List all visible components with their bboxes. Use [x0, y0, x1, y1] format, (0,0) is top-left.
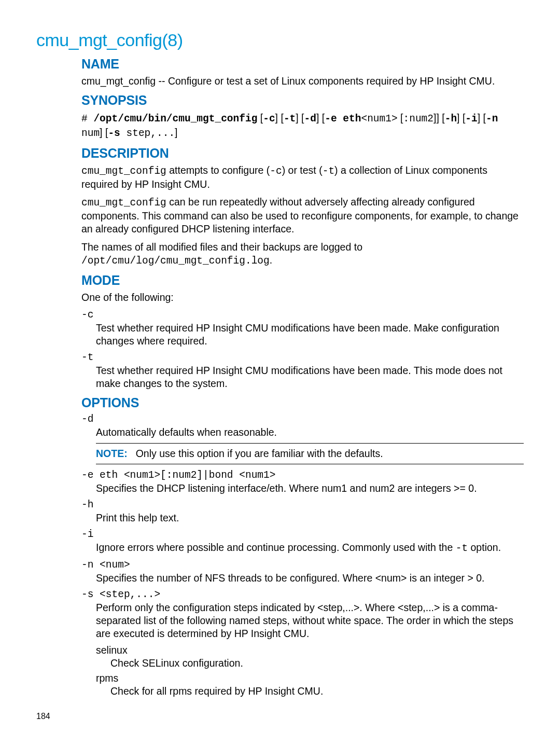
- n-arg: num: [81, 128, 100, 139]
- content-region: NAME cmu_mgt_config -- Configure or test…: [81, 57, 524, 697]
- desc-p3: The names of all modified files and thei…: [81, 241, 524, 268]
- opt-n-flag: -n <num>: [81, 559, 524, 571]
- mode-c-desc: Test whether required HP Insight CMU mod…: [96, 322, 524, 348]
- opt-i-flag: -i: [81, 529, 524, 540]
- opt-i-desc-b: -t: [456, 543, 468, 554]
- step-selinux-desc: Check SELinux configuration.: [110, 657, 524, 669]
- document-page: cmu_mgt_config(8) NAME cmu_mgt_config --…: [0, 0, 560, 746]
- flag-h: -h: [445, 113, 457, 125]
- step-rpms-desc: Check for all rpms required by HP Insigh…: [110, 685, 524, 697]
- desc-t: The names of all modified files and thei…: [81, 241, 362, 253]
- opt-d-desc: Automatically defaults when reasonable.: [96, 426, 524, 439]
- e-mid: [: [398, 112, 403, 123]
- divider: [96, 464, 524, 464]
- flag-t: -t: [284, 113, 296, 125]
- opt-i-desc-a: Ignore errors where possible and continu…: [96, 542, 456, 553]
- opt-h-desc: Print this help text.: [96, 512, 524, 524]
- syn-sep: ] [: [275, 112, 284, 123]
- desc-t: ) or test (: [282, 164, 323, 176]
- note-line: NOTE:Only use this option if you are fam…: [96, 444, 524, 464]
- flag-e: -e eth: [325, 113, 361, 125]
- opt-i-desc: Ignore errors where possible and continu…: [96, 541, 524, 555]
- flag-s: -s: [108, 128, 120, 139]
- opt-e-flag: -e eth <num1>[:num2]|bond <num1>: [81, 469, 524, 481]
- mode-flag-c: -c: [81, 309, 524, 321]
- note-text: Only use this option if you are familiar…: [136, 448, 383, 459]
- name-paragraph: cmu_mgt_config -- Configure or test a se…: [81, 75, 524, 88]
- desc-p2: cmu_mgt_config can be run repeatedly wit…: [81, 196, 524, 236]
- page-number: 184: [36, 712, 50, 721]
- syn-open: [: [257, 112, 263, 123]
- prompt-hash: #: [81, 113, 93, 125]
- step-rpms: rpms: [96, 672, 524, 684]
- mode-flag-t: -t: [81, 352, 524, 363]
- syn-sep: ] [: [316, 112, 325, 123]
- e-arg2: :num2: [403, 113, 434, 125]
- note-block: NOTE:Only use this option if you are fam…: [96, 443, 524, 464]
- flag-d: -d: [304, 113, 316, 125]
- name-desc: -- Configure or test a set of Linux comp…: [156, 75, 495, 87]
- flag-i: -i: [465, 113, 477, 125]
- opt-h-flag: -h: [81, 499, 524, 510]
- desc-p1: cmu_mgt_config attempts to configure (-c…: [81, 164, 524, 191]
- desc-path: /opt/cmu/log/cmu_mgt_config.log: [81, 255, 270, 267]
- flag-n: -n: [486, 113, 498, 125]
- step-selinux: selinux: [96, 644, 524, 656]
- syn-sep: ] [: [100, 127, 108, 138]
- desc-cmd: cmu_mgt_config: [81, 197, 166, 209]
- heading-description: DESCRIPTION: [81, 146, 524, 161]
- page-title: cmu_mgt_config(8): [36, 30, 524, 50]
- heading-name: NAME: [81, 57, 524, 72]
- command-name: cmu_mgt_config: [81, 75, 156, 87]
- syn-command: /opt/cmu/bin/cmu_mgt_config: [93, 113, 257, 125]
- e-arg1: <num1>: [361, 113, 397, 125]
- heading-mode: MODE: [81, 273, 524, 288]
- syn-close: ]: [175, 127, 177, 138]
- heading-options: OPTIONS: [81, 395, 524, 410]
- opt-s-flag: -s <step,...>: [81, 589, 524, 600]
- heading-synopsis: SYNOPSIS: [81, 93, 524, 108]
- desc-t: attempts to configure (: [166, 164, 270, 176]
- mode-intro: One of the following:: [81, 291, 524, 304]
- opt-e-desc: Specifies the DHCP listening interface/e…: [96, 482, 524, 495]
- mode-t-desc: Test whether required HP Insight CMU mod…: [96, 364, 524, 390]
- note-label: NOTE:: [96, 448, 128, 459]
- synopsis-line: # /opt/cmu/bin/cmu_mgt_config [-c] [-t] …: [81, 111, 524, 141]
- desc-t: .: [270, 254, 272, 266]
- opt-s-desc: Perform only the configuration steps ind…: [96, 601, 524, 640]
- opt-d-flag: -d: [81, 413, 524, 425]
- syn-sep: ] [: [457, 112, 465, 123]
- opt-i-desc-c: option.: [468, 542, 501, 553]
- s-arg: step,...: [120, 128, 175, 139]
- desc-t-flag: -t: [323, 165, 334, 177]
- desc-c-flag: -c: [270, 165, 282, 177]
- flag-c: -c: [263, 113, 275, 125]
- desc-cmd: cmu_mgt_config: [81, 165, 166, 177]
- syn-sep: ] [: [296, 112, 304, 123]
- e-end: ]] [: [433, 112, 445, 123]
- syn-sep: ] [: [478, 112, 486, 123]
- opt-n-desc: Specifies the number of NFS threads to b…: [96, 572, 524, 585]
